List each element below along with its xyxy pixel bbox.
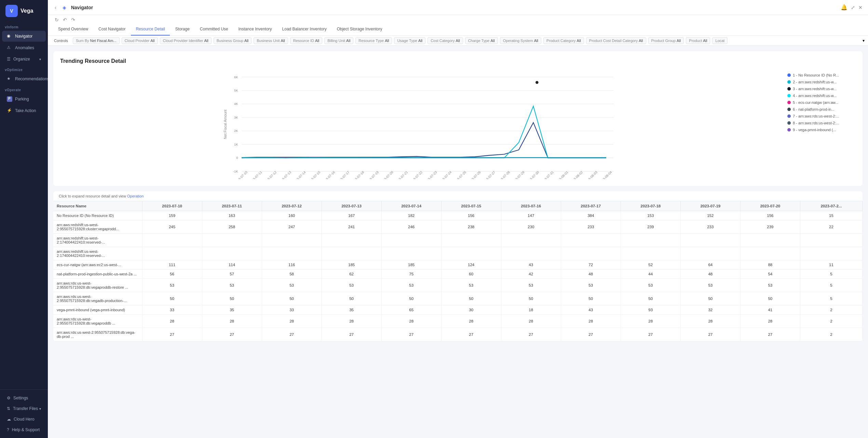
legend-dot-7	[787, 114, 791, 118]
cell-value: 50	[142, 292, 202, 305]
cell-value: 50	[680, 292, 740, 305]
svg-text:Net Fiscal Amount: Net Fiscal Amount	[223, 110, 227, 139]
table-row[interactable]: arn:aws:rds:us-west-2:955075715928:db:ve…	[53, 315, 863, 328]
cell-value: 43	[501, 260, 561, 270]
legend-dot-6	[787, 108, 791, 111]
cell-value: 72	[561, 260, 621, 270]
filter-resource-type[interactable]: Resource Type All	[355, 37, 392, 44]
legend-dot-9	[787, 128, 791, 132]
filter-product[interactable]: Product All	[686, 37, 710, 44]
filter-product-group[interactable]: Product Group All	[648, 37, 684, 44]
sidebar-item-organize[interactable]: ☰ Organize ▾	[2, 54, 46, 64]
filter-product-cost-detail-category[interactable]: Product Cost Detail Category All	[586, 37, 646, 44]
cell-value: 53	[680, 279, 740, 292]
table-row[interactable]: arn:aws:redshift:us-west-2:174004422410:…	[53, 234, 863, 247]
sidebar-item-navigator-label: Navigator	[15, 34, 32, 39]
tab-storage[interactable]: Storage	[171, 23, 194, 36]
tab-instance-inventory[interactable]: Instance Inventory	[234, 23, 277, 36]
filter-business-unit[interactable]: Business Unit All	[254, 37, 288, 44]
cell-value: 2	[800, 315, 862, 328]
filter-location[interactable]: Locat	[712, 37, 728, 44]
legend-label-6: 6 - nat-platform-prod-in...	[793, 107, 835, 111]
svg-text:4K: 4K	[234, 102, 238, 106]
chart-section: Trending Resource Detail 6K	[53, 51, 863, 186]
table-row[interactable]: vega-pmnt-inbound (vega-pmnt-inbound)333…	[53, 305, 863, 315]
tab-spend-overview[interactable]: Spend Overview	[53, 23, 93, 36]
filter-charge-type[interactable]: Charge Type All	[465, 37, 498, 44]
cell-value	[621, 247, 680, 260]
cell-value: 163	[202, 211, 262, 220]
filter-business-group[interactable]: Business Group All	[214, 37, 252, 44]
tab-committed-use[interactable]: Committed Use	[195, 23, 233, 36]
filter-resource-id[interactable]: Resource ID All	[290, 37, 322, 44]
cell-value: 233	[680, 220, 740, 234]
cell-value	[800, 234, 862, 247]
cell-resource-name: arn:aws:rds:us-west-2:955075715928:db:ve…	[53, 315, 142, 328]
tab-resource-detail[interactable]: Resource Detail	[131, 23, 169, 36]
redo-button[interactable]: ↷	[70, 16, 77, 23]
navigate-icon: ◈	[61, 4, 68, 11]
cell-value	[501, 234, 561, 247]
filter-operating-system[interactable]: Operating System All	[500, 37, 541, 44]
sidebar-bottom: ⚙ Settings ⇅ Transfer Files ▾ ☁ Cloud He…	[0, 389, 48, 438]
table-row[interactable]: arn:aws:redshift:us-west-2:174004422410:…	[53, 247, 863, 260]
table-row[interactable]: arn:aws:rds:us-west-2:955075715928:db:ve…	[53, 279, 863, 292]
sidebar-item-anomalies[interactable]: ⚠ Anomalies	[2, 42, 46, 53]
table-row[interactable]: arn:aws:rds:us-west-2:955075715928:db:ve…	[53, 292, 863, 305]
cell-value: 247	[262, 220, 322, 234]
navigator-icon: ◉	[7, 33, 12, 39]
cell-value: 50	[381, 292, 441, 305]
sidebar-item-parking-label: Parking	[15, 97, 29, 101]
cell-value: 44	[621, 270, 680, 279]
legend-item-9: 9 - vega-pmnt-inbound (...	[787, 128, 856, 132]
cell-value: 54	[740, 270, 800, 279]
cell-value: 48	[680, 270, 740, 279]
filter-product-category[interactable]: Product Category All	[543, 37, 584, 44]
cell-value: 64	[680, 260, 740, 270]
cell-value: 65	[381, 305, 441, 315]
filter-cloud-provider-identifier[interactable]: Cloud Provider Identifier All	[160, 37, 212, 44]
table-row[interactable]: nat-platform-prod-ingestion-public-us-we…	[53, 270, 863, 279]
sidebar-item-navigator[interactable]: ◉ Navigator	[2, 31, 46, 42]
legend-item-6: 6 - nat-platform-prod-in...	[787, 107, 856, 111]
sidebar-item-parking[interactable]: P Parking	[2, 94, 46, 105]
filter-usage-type[interactable]: Usage Type All	[394, 37, 425, 44]
cell-resource-name: arn:aws:redshift:us-west-2:174004422410:…	[53, 234, 142, 247]
tab-object-storage-inventory[interactable]: Object Storage Inventory	[332, 23, 387, 36]
sidebar-item-settings[interactable]: ⚙ Settings	[2, 393, 46, 403]
tab-load-balancer-inventory[interactable]: Load Balancer Inventory	[277, 23, 331, 36]
cell-value: 53	[262, 279, 322, 292]
sidebar-item-take-action[interactable]: ⚡ Take Action	[2, 105, 46, 116]
cell-value: 35	[202, 305, 262, 315]
sidebar-item-cloud-hero[interactable]: ☁ Cloud Hero	[2, 414, 46, 424]
filter-cost-category[interactable]: Cost Category All	[428, 37, 463, 44]
cell-value	[262, 247, 322, 260]
controls-button[interactable]: Controls	[51, 37, 71, 44]
notification-bell-icon[interactable]: 🔔	[841, 4, 847, 11]
back-button[interactable]: ‹	[53, 4, 58, 11]
sidebar-item-transfer-files[interactable]: ⇅ Transfer Files ▾	[2, 403, 46, 414]
chart-legend: 1 - No Resource ID (No R... 2 - arn:aws:…	[787, 70, 856, 179]
tab-cost-navigator[interactable]: Cost Navigator	[94, 23, 130, 36]
cell-value: 160	[262, 211, 322, 220]
table-row[interactable]: ecs-cur-natgw (arn:aws:ec2:us-west-...11…	[53, 260, 863, 270]
undo-button[interactable]: ↶	[62, 16, 68, 23]
filter-sum-by[interactable]: Sum By Net Fiscal Am...	[73, 37, 120, 44]
window-expand-icon[interactable]: ⤢	[851, 5, 855, 10]
table-row[interactable]: No Resource ID (No Resource ID)159163160…	[53, 211, 863, 220]
cell-value: 62	[322, 270, 381, 279]
sidebar-item-recommendations[interactable]: ★ Recommendations	[2, 73, 46, 84]
legend-dot-4	[787, 94, 791, 97]
filter-billing-unit[interactable]: Billing Unit All	[324, 37, 353, 44]
window-close-icon[interactable]: ✕	[858, 5, 863, 10]
table-row[interactable]: arn:aws:redshift:us-west-2:955075715928:…	[53, 220, 863, 234]
filter-cloud-provider[interactable]: Cloud Provider All	[122, 37, 158, 44]
take-action-icon: ⚡	[7, 108, 12, 113]
table-row[interactable]: arn:aws:rds:us-west-2:955075715928:db:ve…	[53, 328, 863, 341]
refresh-button[interactable]: ↻	[53, 16, 60, 23]
legend-item-2: 2 - arn:aws:redshift:us-w...	[787, 80, 856, 84]
chart-title: Trending Resource Detail	[60, 58, 856, 64]
filter-expand-button[interactable]: ▾	[863, 38, 865, 43]
vinform-label: vInform	[0, 22, 48, 30]
sidebar-item-help-support[interactable]: ? Help & Support	[2, 425, 46, 435]
